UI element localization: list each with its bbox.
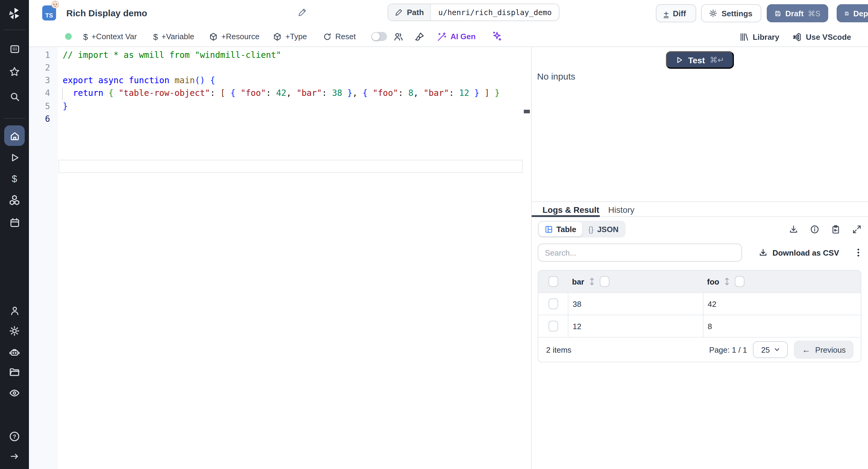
magic-wand-icon (437, 32, 447, 41)
line-number: 4 (29, 87, 58, 100)
deploy-button[interactable]: Deploy (837, 4, 868, 22)
sidebar-item-users[interactable] (0, 305, 29, 316)
page-size-select[interactable]: 25 (753, 341, 788, 358)
previous-page-button[interactable]: ← Previous (794, 341, 854, 359)
sidebar-item-apps[interactable] (0, 43, 29, 54)
table-row[interactable]: 128 (538, 315, 861, 337)
code-editor[interactable]: 123456 // import * as wmill from "windmi… (29, 47, 531, 469)
code-line[interactable]: // import * as wmill from "windmill-clie… (63, 49, 531, 61)
line-number: 3 (29, 74, 58, 87)
sidebar-item-audit[interactable] (0, 387, 29, 399)
editor-code[interactable]: // import * as wmill from "windmill-clie… (63, 49, 531, 126)
editor-gutter: 123456 (29, 49, 58, 126)
kebab-icon (857, 248, 860, 257)
clipboard-copy-icon[interactable] (831, 224, 840, 233)
format-brush-icon[interactable] (415, 32, 424, 41)
calendar-icon (9, 217, 20, 227)
windmill-logo[interactable] (0, 6, 29, 22)
add-variable-button[interactable]: $ +Variable (153, 32, 194, 41)
ai-sparkles-icon[interactable] (492, 31, 502, 41)
question-icon: ? (9, 431, 20, 442)
view-toggle: Table {} JSON (538, 221, 626, 238)
select-all-checkbox[interactable] (548, 276, 558, 287)
star-icon (9, 66, 20, 77)
chevron-down-icon (774, 347, 780, 353)
column-filter-checkbox[interactable] (735, 276, 744, 287)
column-header-foo[interactable]: foo (707, 277, 719, 286)
plus-minus-icon: ± (664, 9, 669, 18)
sidebar-item-search[interactable] (0, 91, 29, 102)
reset-button[interactable]: Reset (323, 32, 355, 41)
sidebar-item-workers[interactable] (0, 347, 29, 357)
sidebar-item-home[interactable] (0, 125, 29, 146)
play-icon (9, 152, 20, 162)
library-icon (740, 32, 749, 41)
add-resource-button[interactable]: +Resource (209, 32, 259, 41)
sidebar-divider (4, 118, 25, 119)
diff-button[interactable]: ± Diff (656, 4, 696, 22)
refresh-icon (323, 32, 332, 41)
code-line[interactable] (63, 61, 531, 74)
active-tab-underline (532, 215, 600, 217)
svg-text:?: ? (13, 433, 16, 440)
sidebar-item-resources[interactable] (0, 195, 29, 206)
diff-mode-toggle[interactable] (371, 32, 387, 41)
dollar-icon: $ (83, 32, 88, 41)
code-line[interactable] (63, 113, 531, 126)
draft-button[interactable]: Draft ⌘S (767, 4, 828, 22)
expand-icon[interactable] (852, 224, 861, 233)
sidebar-item-folders[interactable] (0, 367, 29, 377)
search-input[interactable] (538, 244, 742, 262)
tab-history[interactable]: History (608, 205, 634, 215)
sidebar-item-variables[interactable]: $ (0, 174, 29, 184)
path-value[interactable]: u/henri/rich_display_demo (431, 4, 559, 21)
use-vscode-button[interactable]: Use VScode (793, 32, 851, 41)
library-button[interactable]: Library (740, 32, 779, 41)
toolbar-right: Library Use VScode (740, 27, 868, 47)
settings-button[interactable]: Settings (701, 4, 761, 22)
current-line-highlight (59, 160, 523, 173)
test-button[interactable]: Test ⌘↵ (666, 51, 734, 69)
download-csv-button[interactable]: Download as CSV (759, 244, 839, 262)
row-checkbox[interactable] (548, 299, 558, 309)
view-toggle-json[interactable]: {} JSON (582, 224, 624, 233)
edit-summary-icon[interactable] (298, 8, 307, 19)
no-inputs-label: No inputs (537, 71, 575, 82)
path-control[interactable]: Path u/henri/rich_display_demo (388, 4, 560, 21)
dollar-icon: $ (153, 32, 158, 41)
sidebar-item-schedules[interactable] (0, 217, 29, 228)
ai-gen-button[interactable]: AI Gen (437, 32, 475, 41)
column-filter-checkbox[interactable] (600, 276, 610, 287)
path-label-segment[interactable]: Path (388, 4, 431, 21)
sidebar-item-runs[interactable] (0, 152, 29, 163)
download-icon[interactable] (789, 224, 798, 233)
table-row[interactable]: 3842 (538, 292, 861, 315)
gear-icon (9, 325, 20, 336)
top-bar: TS Rich Display demo Path u/henri/rich_d… (29, 0, 868, 27)
row-checkbox[interactable] (548, 321, 558, 332)
code-line[interactable]: } (63, 100, 531, 113)
sidebar-item-favorites[interactable] (0, 66, 29, 77)
sidebar-item-help[interactable]: ? (0, 431, 29, 442)
paintbrush-icon (415, 32, 424, 41)
robot-icon (9, 347, 20, 357)
table-cell: 12 (568, 315, 703, 337)
sidebar-expand[interactable] (0, 451, 29, 462)
sidebar-item-settings[interactable] (0, 325, 29, 336)
tab-logs-result[interactable]: Logs & Result (542, 205, 599, 215)
code-line[interactable]: export async function main() { (63, 74, 531, 87)
column-header-bar[interactable]: bar (572, 277, 584, 286)
users-icon (394, 32, 403, 41)
more-options-button[interactable] (857, 244, 860, 262)
info-icon[interactable] (810, 224, 819, 233)
code-line[interactable]: return { "table-row-object": [ { "foo": … (63, 87, 531, 100)
sort-icon[interactable] (724, 277, 730, 286)
sort-icon[interactable] (589, 277, 595, 286)
baby-emoji-icon (51, 0, 60, 11)
gear-icon (709, 9, 717, 18)
line-number: 1 (29, 49, 58, 61)
view-toggle-table[interactable]: Table (539, 222, 582, 236)
add-type-button[interactable]: +Type (273, 32, 307, 41)
add-context-var-button[interactable]: $ +Context Var (83, 32, 137, 41)
multiplayer-icon[interactable] (394, 32, 403, 41)
